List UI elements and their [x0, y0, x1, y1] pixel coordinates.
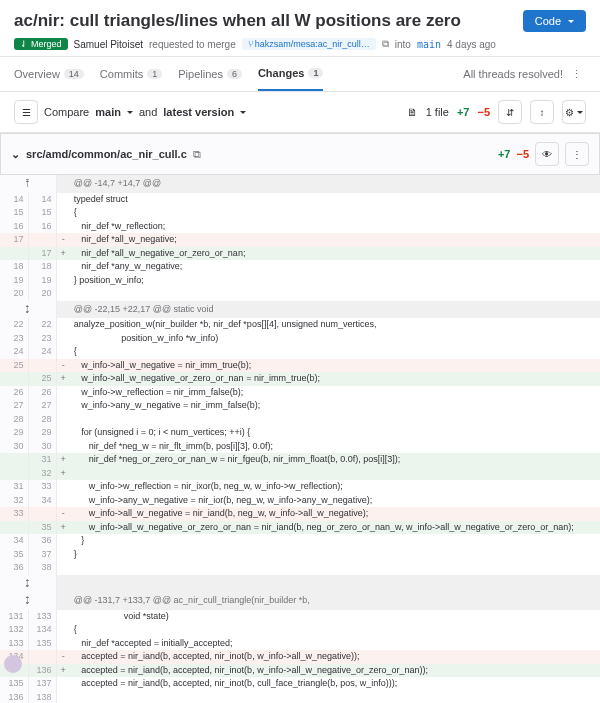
code-line: nir_def *neg_w = nir_flt_imm(b, pos[i][3…	[70, 440, 600, 454]
tree-icon: ☰	[22, 107, 31, 118]
code-line: w_info->any_w_negative = nir_imm_false(b…	[70, 399, 600, 413]
source-branch[interactable]: ⑂hakzsam/mesa:ac_nir_cull…	[242, 38, 376, 50]
code-line-added: nir_def *all_w_negative_or_zero_or_nan;	[70, 247, 600, 261]
merge-icon: ⇃	[20, 39, 28, 49]
code-line: {	[70, 345, 600, 359]
diff-table: ⭱@@ -14,7 +14,7 @@ 1414typedef struct 15…	[0, 175, 600, 703]
settings-button[interactable]: ⚙	[562, 100, 586, 124]
compare-head[interactable]: latest version	[163, 106, 246, 118]
hunk-header: @@ -22,15 +22,17 @@ static void	[70, 301, 600, 319]
chevron-down-icon[interactable]: ⌄	[11, 148, 20, 161]
code-line: position_w_info *w_info)	[70, 332, 600, 346]
code-line: }	[70, 534, 600, 548]
code-line-removed: w_info->all_w_negative = nir_imm_true(b)…	[70, 359, 600, 373]
author-link[interactable]: Samuel Pitoiset	[74, 39, 143, 50]
expand-all-button[interactable]: ⇵	[498, 100, 522, 124]
hunk-header: @@ -131,7 +133,7 @@ ac_nir_cull_triangle…	[70, 592, 600, 610]
file-summary: 1 file	[426, 106, 449, 118]
expand-icon[interactable]: ⭥	[0, 301, 56, 319]
tab-overview[interactable]: Overview14	[14, 57, 84, 91]
code-line: analyze_position_w(nir_builder *b, nir_d…	[70, 318, 600, 332]
compare-base[interactable]: main	[95, 106, 133, 118]
tab-commits[interactable]: Commits1	[100, 57, 162, 91]
tab-pipelines[interactable]: Pipelines6	[178, 57, 242, 91]
code-line-added: w_info->all_w_negative_or_zero_or_nan = …	[70, 521, 600, 535]
expand-up-icon[interactable]: ⭱	[0, 175, 56, 193]
kebab-icon[interactable]: ⋮	[567, 68, 586, 81]
file-icon: 🗎	[407, 106, 418, 118]
timestamp: 4 days ago	[447, 39, 496, 50]
code-line-added: accepted = nir_iand(b, accepted, nir_ino…	[70, 664, 600, 678]
code-line-removed: w_info->all_w_negative = nir_iand(b, neg…	[70, 507, 600, 521]
code-line: typedef struct	[70, 193, 600, 207]
code-line: w_info->any_w_negative = nir_ior(b, neg_…	[70, 494, 600, 508]
code-line: {	[70, 206, 600, 220]
merged-badge: ⇃Merged	[14, 38, 68, 50]
code-line-removed: accepted = nir_iand(b, accepted, nir_ino…	[70, 650, 600, 664]
hunk-header: @@ -14,7 +14,7 @@	[70, 175, 600, 193]
code-line-removed: nir_def *all_w_negative;	[70, 233, 600, 247]
expand-icon[interactable]: ⭥	[0, 592, 56, 610]
code-line-added: nir_def *neg_or_zero_or_nan_w = nir_fgeu…	[70, 453, 600, 467]
copy-path-icon[interactable]: ⧉	[193, 148, 201, 161]
page-title: ac/nir: cull triangles/lines when all W …	[14, 11, 461, 31]
code-line	[70, 413, 600, 427]
deletions-count: −5	[477, 106, 490, 118]
view-file-button[interactable]: 👁	[535, 142, 559, 166]
code-line: w_info->w_reflection = nir_ixor(b, neg_w…	[70, 480, 600, 494]
file-additions: +7	[498, 148, 511, 160]
additions-count: +7	[457, 106, 470, 118]
file-kebab-icon[interactable]: ⋮	[565, 142, 589, 166]
tab-changes[interactable]: Changes1	[258, 57, 323, 91]
file-deletions: −5	[516, 148, 529, 160]
threads-resolved[interactable]: All threads resolved!	[463, 68, 563, 80]
code-line: accepted = nir_iand(b, accepted, nir_ino…	[70, 677, 600, 691]
code-line	[70, 287, 600, 301]
code-line: nir_def *w_reflection;	[70, 220, 600, 234]
code-line-added: w_info->all_w_negative_or_zero_or_nan = …	[70, 372, 600, 386]
file-path[interactable]: src/amd/common/ac_nir_cull.c	[26, 148, 187, 160]
avatar[interactable]	[4, 655, 22, 673]
compare-label: Compare	[44, 106, 89, 118]
file-tree-toggle[interactable]: ☰	[14, 100, 38, 124]
code-button[interactable]: Code	[523, 10, 586, 32]
code-line-added	[70, 467, 600, 481]
code-line: }	[70, 548, 600, 562]
expand-icon[interactable]: ⭥	[0, 575, 56, 593]
fork-icon: ⑂	[248, 39, 253, 49]
code-line: {	[70, 623, 600, 637]
code-line: void *state)	[70, 610, 600, 624]
gear-icon: ⚙	[565, 107, 574, 118]
hunk-gap	[70, 575, 600, 593]
collapse-button[interactable]: ↕	[530, 100, 554, 124]
copy-icon[interactable]: ⧉	[382, 38, 389, 50]
code-line: for (unsigned i = 0; i < num_vertices; +…	[70, 426, 600, 440]
code-line	[70, 561, 600, 575]
code-line	[70, 691, 600, 704]
code-line: w_info->w_reflection = nir_imm_false(b);	[70, 386, 600, 400]
code-line: nir_def *any_w_negative;	[70, 260, 600, 274]
and-text: and	[139, 106, 157, 118]
code-line: nir_def *accepted = initially_accepted;	[70, 637, 600, 651]
code-line: } position_w_info;	[70, 274, 600, 288]
dest-branch[interactable]: main	[417, 39, 441, 50]
into-text: into	[395, 39, 411, 50]
action-text: requested to merge	[149, 39, 236, 50]
